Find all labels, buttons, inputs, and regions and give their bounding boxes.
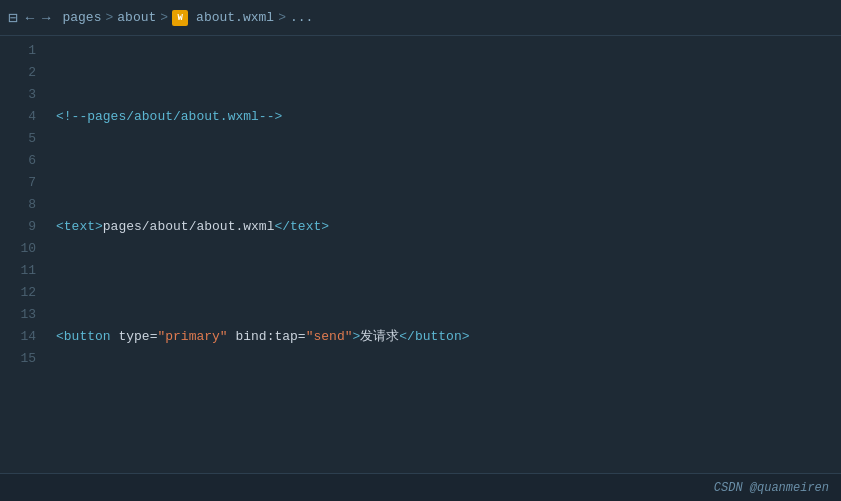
file-type-icon: W [172, 10, 188, 26]
code-attr-type-3: type= [118, 326, 157, 348]
credit-text: CSDN @quanmeiren [714, 481, 829, 495]
breadcrumb-filename[interactable]: about.wxml [196, 10, 274, 25]
line-num-10: 10 [0, 238, 36, 260]
tab-icons: ⊟ ← → [8, 8, 50, 28]
code-line-4 [56, 436, 841, 458]
line-num-15: 15 [0, 348, 36, 370]
line-num-4: 4 [0, 106, 36, 128]
breadcrumb-sep-1: > [105, 10, 113, 25]
code-text-content: pages/about/about.wxml [103, 216, 275, 238]
line-num-12: 12 [0, 282, 36, 304]
line-num-13: 13 [0, 304, 36, 326]
line-num-3: 3 [0, 84, 36, 106]
line-num-1: 1 [0, 40, 36, 62]
code-tag-button-open-3: <button [56, 326, 118, 348]
line-num-5: 5 [0, 128, 36, 150]
breadcrumb-sep-3: > [278, 10, 286, 25]
line-num-2: 2 [0, 62, 36, 84]
editor: 1 2 3 4 5 6 7 8 9 10 11 12 13 14 15 <!--… [0, 36, 841, 473]
back-button[interactable]: ← [26, 10, 34, 26]
code-chinese-send: 发请求 [360, 326, 399, 348]
code-val-send: "send" [306, 326, 353, 348]
line-num-14: 14 [0, 326, 36, 348]
breadcrumb: pages > about > W about.wxml > ... [62, 10, 313, 26]
code-line-1: <!--pages/about/about.wxml--> [56, 106, 841, 128]
code-comment-1: <!--pages/about/about.wxml--> [56, 106, 282, 128]
code-tag-button-close-3: </button> [399, 326, 469, 348]
status-bar: CSDN @quanmeiren [0, 473, 841, 501]
code-editor[interactable]: <!--pages/about/about.wxml--> <text>page… [44, 36, 841, 473]
line-numbers: 1 2 3 4 5 6 7 8 9 10 11 12 13 14 15 [0, 36, 44, 473]
line-num-11: 11 [0, 260, 36, 282]
code-tag-text-close: </text> [274, 216, 329, 238]
line-num-7: 7 [0, 172, 36, 194]
code-attr-bindtap-3: bind:tap= [228, 326, 306, 348]
breadcrumb-about[interactable]: about [117, 10, 156, 25]
breadcrumb-pages[interactable]: pages [62, 10, 101, 25]
tab-bar: ⊟ ← → pages > about > W about.wxml > ... [0, 0, 841, 36]
forward-button[interactable]: → [42, 10, 50, 26]
line-num-8: 8 [0, 194, 36, 216]
breadcrumb-ellipsis: ... [290, 10, 313, 25]
code-val-primary-3: "primary" [157, 326, 227, 348]
code-tag-button-mid-3: > [352, 326, 360, 348]
bookmark-icon: ⊟ [8, 8, 18, 28]
line-num-6: 6 [0, 150, 36, 172]
breadcrumb-sep-2: > [160, 10, 168, 25]
code-line-3: <button type="primary" bind:tap="send">发… [56, 326, 841, 348]
line-num-9: 9 [0, 216, 36, 238]
code-line-2: <text>pages/about/about.wxml</text> [56, 216, 841, 238]
code-tag-text-open: <text> [56, 216, 103, 238]
